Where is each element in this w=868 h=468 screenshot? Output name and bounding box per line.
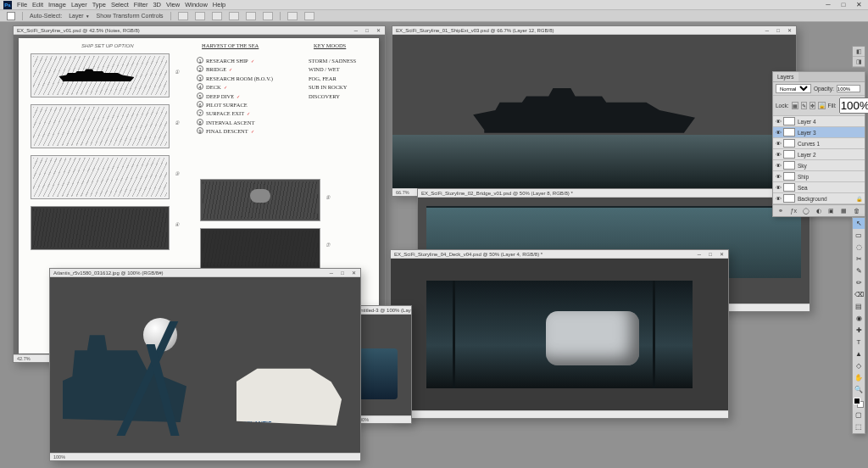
document-window-reference-photo[interactable]: Atlantis_r5v1580_031612.jpg @ 100% (RGB/… [49,268,361,461]
visibility-toggle-icon[interactable]: 👁 [773,141,783,147]
layer-name[interactable]: Layer 2 [798,152,816,158]
align-top-button[interactable] [229,12,239,20]
fill-input[interactable] [839,98,868,114]
window-minimize-button[interactable]: ─ [694,251,704,257]
layer-thumbnail[interactable] [783,194,795,203]
layer-thumbnail[interactable] [783,150,795,159]
menu-filter[interactable]: Filter [134,1,148,8]
menu-3d[interactable]: 3D [153,1,161,8]
blend-mode-select[interactable]: Normal [776,84,811,93]
menu-edit[interactable]: Edit [32,1,43,8]
window-titlebar[interactable]: Atlantis_r5v1580_031612.jpg @ 100% (RGB/… [50,269,360,277]
lock-position-icon[interactable]: ✥ [810,102,815,109]
eyedropper-tool[interactable]: ✎ [853,265,865,276]
collapsed-panel-icon[interactable]: ◨ [853,57,865,67]
shape-tool[interactable]: ◇ [853,360,865,371]
collapsed-panel-dock[interactable]: ◧ ◨ [852,46,865,68]
layer-thumbnail[interactable] [783,139,795,148]
layer-name[interactable]: Sea [798,185,808,191]
app-logo[interactable]: Ps [3,1,12,9]
screen-mode-toggle[interactable]: ⬚ [853,421,865,432]
layer-mask-icon[interactable]: ◯ [802,207,810,214]
distribute-v-button[interactable] [304,12,314,20]
window-close-button[interactable]: ✕ [716,251,726,257]
tab-layers[interactable]: Layers [773,72,798,81]
layer-name[interactable]: Ship [798,174,809,180]
document-canvas[interactable] [392,35,796,188]
eraser-tool[interactable]: ⌫ [853,289,865,300]
app-close-button[interactable]: ✕ [852,2,865,8]
align-left-button[interactable] [178,12,188,20]
brush-tool[interactable]: ✏ [853,277,865,288]
window-titlebar[interactable]: EX_SciFi_Storyline_04_Deck_v04.psd @ 50%… [391,250,728,259]
document-canvas[interactable] [353,315,411,415]
layer-row[interactable]: 👁Curves 1 [773,138,865,149]
window-titlebar[interactable]: EX_SciFi_Storyline_v01.psd @ 42.5% (Note… [14,26,385,35]
align-center-button[interactable] [195,12,205,20]
delete-layer-icon[interactable]: 🗑 [852,207,860,214]
dodge-tool[interactable]: ◉ [853,313,865,324]
app-maximize-button[interactable]: □ [837,2,850,8]
layers-panel[interactable]: Layers Normal Opacity: Lock: ▦ ✎ ✥ 🔒 Fil… [772,71,865,217]
foreground-color[interactable] [854,398,860,404]
window-maximize-button[interactable]: □ [773,27,783,33]
menu-layer[interactable]: Layer [71,1,87,8]
new-layer-icon[interactable]: ▦ [840,207,849,214]
visibility-toggle-icon[interactable]: 👁 [773,163,783,169]
layer-row[interactable]: 👁Layer 4 [773,116,865,127]
zoom-level[interactable]: 100% [53,454,65,460]
zoom-level[interactable]: 42.7% [17,356,31,361]
lock-transparency-icon[interactable]: ▦ [792,102,798,109]
menu-view[interactable]: View [166,1,180,8]
layer-thumbnail[interactable] [783,128,795,136]
menu-help[interactable]: Help [213,1,225,8]
window-maximize-button[interactable]: □ [705,251,715,257]
group-icon[interactable]: ▣ [827,207,836,214]
align-right-button[interactable] [212,12,222,20]
document-window-sub[interactable]: EX_SciFi_Storyline_04_Deck_v04.psd @ 50%… [390,249,729,419]
move-tool[interactable]: ↖ [853,218,865,229]
layer-name[interactable]: Layer 4 [798,119,816,125]
layer-row[interactable]: 👁Sea [773,182,865,193]
layer-thumbnail[interactable] [783,172,795,181]
window-close-button[interactable]: ✕ [373,27,383,33]
layer-name[interactable]: Sky [798,163,807,169]
window-close-button[interactable]: ✕ [784,27,794,33]
zoom-tool[interactable]: 🔍 [853,384,865,395]
collapsed-panel-icon[interactable]: ◧ [853,47,865,57]
layer-thumbnail[interactable] [783,161,795,170]
document-canvas[interactable]: ATLANTIS WOODS HOLE 5000 [50,277,360,453]
align-middle-button[interactable] [246,12,256,20]
window-minimize-button[interactable]: ─ [762,27,772,33]
menu-image[interactable]: Image [48,1,66,8]
type-tool[interactable]: T [853,337,865,348]
menu-type[interactable]: Type [92,1,106,8]
visibility-toggle-icon[interactable]: 👁 [773,130,783,136]
quick-mask-toggle[interactable]: ▢ [853,410,865,421]
document-window-ship-exterior[interactable]: EX_SciFi_Storyline_01_ShipExt_v03.psd @ … [392,25,797,197]
pen-tool[interactable]: ✚ [853,325,865,336]
app-minimize-button[interactable]: ─ [821,2,835,8]
layer-row[interactable]: 👁Layer 2 [773,149,865,160]
layer-name[interactable]: Layer 3 [798,130,816,136]
document-canvas[interactable] [391,259,728,410]
window-minimize-button[interactable]: ─ [326,270,337,276]
layer-thumbnail[interactable] [783,183,795,192]
visibility-toggle-icon[interactable]: 👁 [773,174,783,180]
window-maximize-button[interactable]: □ [337,270,348,276]
lasso-tool[interactable]: ◌ [853,242,865,253]
gradient-tool[interactable]: ▤ [853,301,865,312]
lock-all-icon[interactable]: 🔒 [818,102,826,109]
layer-style-icon[interactable]: ƒx [789,207,798,214]
auto-select-dropdown[interactable]: Layer▼ [69,13,89,19]
lock-pixels-icon[interactable]: ✎ [801,102,807,109]
adjustment-layer-icon[interactable]: ◐ [815,207,823,214]
layer-name[interactable]: Background [798,196,827,202]
visibility-toggle-icon[interactable]: 👁 [773,196,783,202]
window-titlebar[interactable]: EX_SciFi_Storyline_02_Bridge_v01.psd @ 5… [418,189,810,198]
layer-thumbnail[interactable] [783,117,795,125]
foreground-background-swatch[interactable] [854,398,864,408]
path-tool[interactable]: ▲ [853,348,865,359]
crop-tool[interactable]: ✂ [853,254,865,265]
tool-preset-picker[interactable] [7,12,15,20]
